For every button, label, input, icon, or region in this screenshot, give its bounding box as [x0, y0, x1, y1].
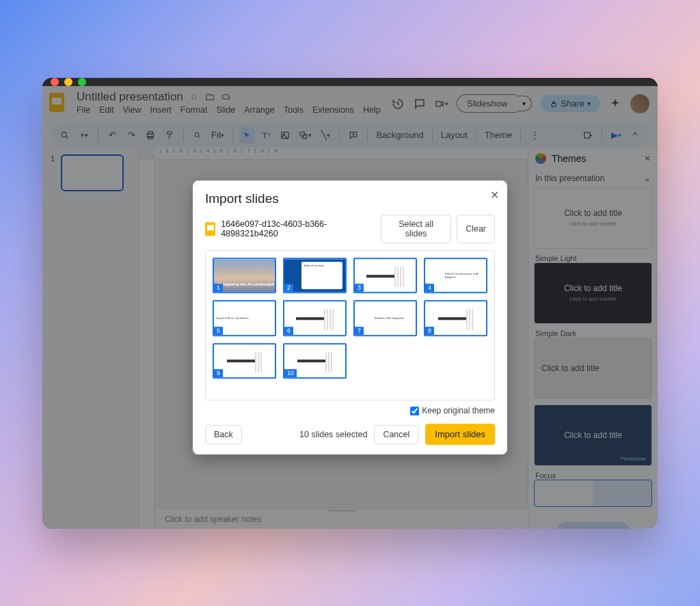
slide-preview-3[interactable]: 3: [353, 258, 417, 293]
keep-theme-checkbox[interactable]: [410, 407, 419, 416]
keep-theme-checkbox-label[interactable]: Keep original theme: [410, 406, 495, 415]
select-all-button[interactable]: Select all slides: [381, 215, 451, 243]
slide-preview-7[interactable]: Benefits of AI Integration 7: [353, 301, 417, 336]
import-slides-dialog: ✕ Import slides 1646e097-d13c-4603-b366-…: [193, 180, 507, 454]
slide-preview-6[interactable]: 6: [283, 301, 347, 336]
clear-button[interactable]: Clear: [457, 215, 495, 243]
import-slides-button[interactable]: Import slides: [425, 424, 495, 445]
dialog-close-icon[interactable]: ✕: [490, 189, 499, 202]
traffic-light-fullscreen[interactable]: [78, 78, 86, 86]
slide-preview-5[interactable]: Impact of AI on Job Market 5: [213, 301, 276, 336]
slides-grid: Navigating the AI Landscape 1 Table of c…: [205, 250, 495, 400]
traffic-light-close[interactable]: [51, 78, 59, 86]
cancel-button[interactable]: Cancel: [374, 425, 418, 444]
slide-preview-10[interactable]: 10: [283, 343, 347, 378]
selection-status: 10 slides selected: [299, 430, 367, 439]
slide-preview-9[interactable]: 9: [213, 343, 276, 378]
slides-app: Untitled presentation ☆ File Edit View I…: [42, 86, 658, 529]
back-button[interactable]: Back: [205, 425, 242, 444]
slide-preview-4[interactable]: Ethical Considerations in AI Adoption 4: [424, 258, 487, 293]
slide-preview-8[interactable]: 8: [424, 301, 487, 336]
slides-file-icon: [205, 222, 215, 236]
traffic-light-minimize[interactable]: [64, 78, 72, 86]
slide-preview-2[interactable]: Table of contents 2: [283, 258, 347, 293]
slide-preview-1[interactable]: Navigating the AI Landscape 1: [213, 258, 276, 293]
keep-theme-row: Keep original theme: [205, 406, 495, 415]
source-file-name: 1646e097-d13c-4603-b366-4898321b4260: [221, 219, 375, 238]
mac-titlebar: [42, 78, 658, 86]
dialog-title: Import slides: [205, 191, 495, 206]
mac-window: Untitled presentation ☆ File Edit View I…: [42, 78, 658, 529]
